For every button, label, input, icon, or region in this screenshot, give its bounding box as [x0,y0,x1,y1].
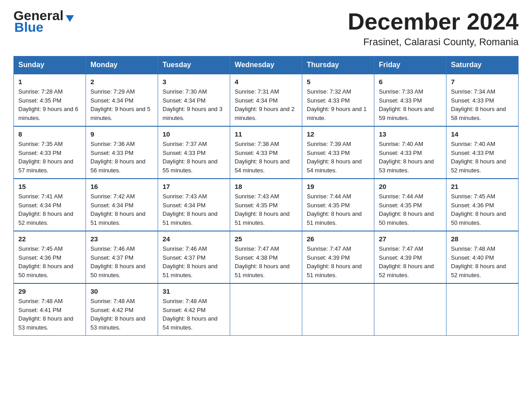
calendar-cell: 24 Sunrise: 7:46 AMSunset: 4:37 PMDaylig… [158,231,230,283]
day-number: 23 [90,235,153,243]
day-number: 6 [379,78,442,86]
calendar-cell: 20 Sunrise: 7:44 AMSunset: 4:35 PMDaylig… [374,179,446,231]
day-info: Sunrise: 7:30 AMSunset: 4:34 PMDaylight:… [163,88,223,121]
day-number: 3 [163,78,225,86]
logo-blue-text: Blue [14,21,74,34]
day-info: Sunrise: 7:36 AMSunset: 4:33 PMDaylight:… [90,141,146,174]
calendar-week-row: 1 Sunrise: 7:28 AMSunset: 4:35 PMDayligh… [14,74,519,126]
calendar-week-row: 29 Sunrise: 7:48 AMSunset: 4:41 PMDaylig… [14,283,519,336]
day-number: 1 [18,78,81,86]
day-number: 31 [163,287,225,295]
calendar-table: Sunday Monday Tuesday Wednesday Thursday… [13,56,519,336]
day-number: 15 [18,183,81,190]
calendar-week-row: 15 Sunrise: 7:41 AMSunset: 4:34 PMDaylig… [14,179,519,231]
day-info: Sunrise: 7:29 AMSunset: 4:34 PMDaylight:… [90,88,150,121]
day-info: Sunrise: 7:44 AMSunset: 4:35 PMDaylight:… [307,193,362,226]
day-info: Sunrise: 7:34 AMSunset: 4:33 PMDaylight:… [451,88,506,121]
calendar-cell: 23 Sunrise: 7:46 AMSunset: 4:37 PMDaylig… [86,231,158,283]
day-info: Sunrise: 7:48 AMSunset: 4:41 PMDaylight:… [18,298,73,331]
calendar-cell: 17 Sunrise: 7:43 AMSunset: 4:34 PMDaylig… [158,179,230,231]
calendar-cell [446,283,519,336]
calendar-cell: 3 Sunrise: 7:30 AMSunset: 4:34 PMDayligh… [158,74,230,126]
header-tuesday: Tuesday [158,56,230,74]
day-number: 19 [307,183,369,190]
day-info: Sunrise: 7:28 AMSunset: 4:35 PMDaylight:… [18,88,78,121]
calendar-week-row: 22 Sunrise: 7:45 AMSunset: 4:36 PMDaylig… [14,231,519,283]
day-number: 11 [235,130,297,138]
calendar-cell: 30 Sunrise: 7:48 AMSunset: 4:42 PMDaylig… [86,283,158,336]
day-info: Sunrise: 7:31 AMSunset: 4:34 PMDaylight:… [235,88,295,121]
day-number: 10 [163,130,225,138]
header-thursday: Thursday [302,56,374,74]
calendar-cell: 31 Sunrise: 7:48 AMSunset: 4:42 PMDaylig… [158,283,230,336]
day-info: Sunrise: 7:46 AMSunset: 4:37 PMDaylight:… [90,245,146,278]
day-info: Sunrise: 7:33 AMSunset: 4:33 PMDaylight:… [379,88,434,121]
day-number: 27 [379,235,442,243]
day-number: 9 [90,130,153,138]
calendar-cell: 21 Sunrise: 7:45 AMSunset: 4:36 PMDaylig… [446,179,519,231]
day-info: Sunrise: 7:43 AMSunset: 4:34 PMDaylight:… [163,193,218,226]
day-number: 21 [451,183,514,190]
day-number: 8 [18,130,81,138]
day-info: Sunrise: 7:48 AMSunset: 4:40 PMDaylight:… [451,245,506,278]
calendar-cell: 12 Sunrise: 7:39 AMSunset: 4:33 PMDaylig… [302,126,374,179]
calendar-cell: 4 Sunrise: 7:31 AMSunset: 4:34 PMDayligh… [230,74,302,126]
logo: General Blue [13,9,74,34]
calendar-cell: 8 Sunrise: 7:35 AMSunset: 4:33 PMDayligh… [14,126,86,179]
day-info: Sunrise: 7:38 AMSunset: 4:33 PMDaylight:… [235,141,290,174]
header-saturday: Saturday [446,56,519,74]
page-header: General Blue December 2024 Frasinet, Cal… [13,9,519,48]
day-info: Sunrise: 7:45 AMSunset: 4:36 PMDaylight:… [18,245,73,278]
calendar-cell: 26 Sunrise: 7:47 AMSunset: 4:39 PMDaylig… [302,231,374,283]
day-number: 26 [307,235,369,243]
page-subtitle: Frasinet, Calarasi County, Romania [348,36,519,48]
calendar-cell: 18 Sunrise: 7:43 AMSunset: 4:35 PMDaylig… [230,179,302,231]
calendar-cell: 25 Sunrise: 7:47 AMSunset: 4:38 PMDaylig… [230,231,302,283]
calendar-cell: 14 Sunrise: 7:40 AMSunset: 4:33 PMDaylig… [446,126,519,179]
day-info: Sunrise: 7:40 AMSunset: 4:33 PMDaylight:… [451,141,506,174]
header-monday: Monday [86,56,158,74]
day-info: Sunrise: 7:44 AMSunset: 4:35 PMDaylight:… [379,193,434,226]
day-info: Sunrise: 7:48 AMSunset: 4:42 PMDaylight:… [90,298,146,331]
calendar-cell [230,283,302,336]
calendar-cell [302,283,374,336]
day-info: Sunrise: 7:35 AMSunset: 4:33 PMDaylight:… [18,141,73,174]
day-number: 7 [451,78,514,86]
day-info: Sunrise: 7:40 AMSunset: 4:33 PMDaylight:… [379,141,434,174]
calendar-cell: 7 Sunrise: 7:34 AMSunset: 4:33 PMDayligh… [446,74,519,126]
day-number: 20 [379,183,442,190]
day-info: Sunrise: 7:37 AMSunset: 4:33 PMDaylight:… [163,141,218,174]
calendar-cell: 10 Sunrise: 7:37 AMSunset: 4:33 PMDaylig… [158,126,230,179]
day-info: Sunrise: 7:32 AMSunset: 4:33 PMDaylight:… [307,88,367,121]
calendar-cell: 6 Sunrise: 7:33 AMSunset: 4:33 PMDayligh… [374,74,446,126]
day-number: 18 [235,183,297,190]
calendar-cell: 22 Sunrise: 7:45 AMSunset: 4:36 PMDaylig… [14,231,86,283]
calendar-header-row: Sunday Monday Tuesday Wednesday Thursday… [14,56,519,74]
calendar-cell: 29 Sunrise: 7:48 AMSunset: 4:41 PMDaylig… [14,283,86,336]
calendar-cell: 28 Sunrise: 7:48 AMSunset: 4:40 PMDaylig… [446,231,519,283]
day-info: Sunrise: 7:43 AMSunset: 4:35 PMDaylight:… [235,193,290,226]
calendar-cell: 2 Sunrise: 7:29 AMSunset: 4:34 PMDayligh… [86,74,158,126]
calendar-cell: 13 Sunrise: 7:40 AMSunset: 4:33 PMDaylig… [374,126,446,179]
day-info: Sunrise: 7:39 AMSunset: 4:33 PMDaylight:… [307,141,362,174]
day-number: 30 [90,287,153,295]
title-block: December 2024 Frasinet, Calarasi County,… [348,9,519,48]
calendar-cell [374,283,446,336]
day-info: Sunrise: 7:48 AMSunset: 4:42 PMDaylight:… [163,298,218,331]
day-number: 25 [235,235,297,243]
day-number: 16 [90,183,153,190]
day-info: Sunrise: 7:47 AMSunset: 4:39 PMDaylight:… [379,245,434,278]
calendar-cell: 19 Sunrise: 7:44 AMSunset: 4:35 PMDaylig… [302,179,374,231]
day-number: 28 [451,235,514,243]
day-number: 2 [90,78,153,86]
day-number: 22 [18,235,81,243]
day-number: 29 [18,287,81,295]
day-info: Sunrise: 7:45 AMSunset: 4:36 PMDaylight:… [451,193,506,226]
header-sunday: Sunday [14,56,86,74]
day-number: 4 [235,78,297,86]
calendar-cell: 9 Sunrise: 7:36 AMSunset: 4:33 PMDayligh… [86,126,158,179]
calendar-cell: 5 Sunrise: 7:32 AMSunset: 4:33 PMDayligh… [302,74,374,126]
day-number: 12 [307,130,369,138]
day-info: Sunrise: 7:47 AMSunset: 4:38 PMDaylight:… [235,245,290,278]
day-number: 17 [163,183,225,190]
